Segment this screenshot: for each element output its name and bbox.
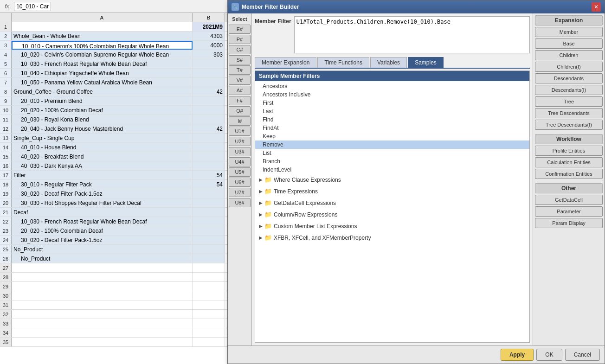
- cell-b[interactable]: 42: [193, 124, 225, 133]
- exp-btn-param-display[interactable]: Param Display: [535, 218, 603, 228]
- select-btn-u4[interactable]: U4#: [229, 157, 251, 166]
- cell-a[interactable]: 30_010 - Regular Filter Pack: [12, 180, 193, 189]
- cell-a[interactable]: Decaf: [12, 208, 193, 217]
- cell-b[interactable]: [193, 328, 225, 337]
- select-btn-o[interactable]: O#: [229, 106, 251, 115]
- table-row[interactable]: 13Single_Cup - Single Cup: [0, 134, 232, 143]
- cell-b[interactable]: [193, 189, 225, 198]
- cell-a[interactable]: 20_010 - Premium Blend: [12, 96, 193, 105]
- exp-btn-parameter[interactable]: Parameter: [535, 206, 603, 217]
- table-row[interactable]: 33: [0, 319, 232, 328]
- cell-a[interactable]: 40_010 - House Blend: [12, 143, 193, 152]
- sample-item-branch[interactable]: Branch: [255, 157, 529, 166]
- cell-a[interactable]: 10_050 - Panama Yellow Catuai Arabica Wh…: [12, 78, 193, 87]
- cell-b[interactable]: [193, 226, 225, 235]
- cell-a[interactable]: [12, 291, 193, 300]
- sample-item-indentlevel[interactable]: IndentLevel: [255, 166, 529, 174]
- sample-item-ancestors[interactable]: Ancestors: [255, 82, 529, 90]
- table-row[interactable]: 31: [0, 300, 232, 310]
- exp-btn-descendants[interactable]: Descendants: [535, 73, 603, 83]
- table-row[interactable]: 510_030 - French Roast Regular Whole Bea…: [0, 59, 232, 69]
- cell-a[interactable]: 40_030 - Dark Kenya AA: [12, 161, 193, 170]
- cell-b[interactable]: [193, 115, 225, 124]
- member-filter-textarea[interactable]: U1#Total_Products.Children.Remove(10_010…: [294, 16, 530, 53]
- select-btn-u3[interactable]: U3#: [229, 147, 251, 156]
- cell-a[interactable]: [12, 22, 193, 31]
- select-btn-u2[interactable]: U2#: [229, 137, 251, 146]
- table-row[interactable]: 26No_Product: [0, 254, 232, 263]
- cell-a[interactable]: Ground_Coffee - Ground Coffee: [12, 87, 193, 96]
- exp-btn-calculation-entities[interactable]: Calculation Entities: [535, 157, 603, 167]
- table-row[interactable]: 1440_010 - House Blend: [0, 143, 232, 152]
- table-row[interactable]: 35: [0, 338, 232, 347]
- cell-b[interactable]: [193, 319, 225, 328]
- exp-btn-profile-entities[interactable]: Profile Entities: [535, 146, 603, 156]
- cell-a[interactable]: 20_020 - 100% Colombian Decaf: [12, 106, 193, 115]
- table-row[interactable]: 2030_030 - Hot Shoppes Regular Filter Pa…: [0, 198, 232, 208]
- select-btn-a[interactable]: A#: [229, 86, 251, 95]
- select-btn-c[interactable]: C#: [229, 45, 251, 54]
- cell-b[interactable]: 303: [193, 50, 225, 59]
- table-row[interactable]: 1540_020 - Breakfast Blend: [0, 152, 232, 161]
- exp-btn-confirmation-entities[interactable]: Confirmation Entities: [535, 169, 603, 179]
- table-row[interactable]: 1830_010 - Regular Filter Pack54: [0, 180, 232, 189]
- tab-samples[interactable]: Samples: [408, 57, 444, 68]
- tree-group-colrow-header[interactable]: ▶ 📁 Column/Row Expressions: [255, 210, 529, 219]
- cell-b[interactable]: [193, 282, 225, 291]
- cell-b[interactable]: [193, 300, 225, 309]
- sample-item-keep[interactable]: Keep: [255, 132, 529, 140]
- table-row[interactable]: 1020_020 - 100% Colombian Decaf: [0, 106, 232, 115]
- table-row[interactable]: 32: [0, 310, 232, 319]
- select-btn-e[interactable]: E#: [229, 25, 251, 34]
- exp-btn-member[interactable]: Member: [535, 27, 603, 37]
- select-btn-v[interactable]: V#: [229, 76, 251, 85]
- cell-b[interactable]: [193, 134, 225, 142]
- cell-b[interactable]: [193, 263, 225, 272]
- tab-member-expansion[interactable]: Member Expansion: [255, 57, 316, 68]
- cell-b[interactable]: [193, 254, 225, 263]
- table-row[interactable]: 310_010 - Cameron's 100% Colombian Regul…: [0, 41, 232, 50]
- sample-item-list[interactable]: List: [255, 149, 529, 157]
- cell-b[interactable]: [193, 236, 225, 244]
- apply-button[interactable]: Apply: [501, 349, 534, 361]
- cell-b[interactable]: [193, 106, 225, 115]
- cell-b[interactable]: [193, 291, 225, 300]
- table-row[interactable]: 2430_020 - Decaf Filter Pack-1.5oz: [0, 236, 232, 245]
- cell-b[interactable]: [193, 152, 225, 161]
- exp-btn-children[interactable]: Children: [535, 50, 603, 60]
- cell-b[interactable]: 2021M9: [193, 22, 225, 31]
- table-row[interactable]: 25No_Product: [0, 245, 232, 254]
- exp-btn-base[interactable]: Base: [535, 38, 603, 49]
- tree-group-time-header[interactable]: ▶ 📁 Time Expressions: [255, 186, 529, 196]
- sample-item-findat[interactable]: FindAt: [255, 124, 529, 132]
- table-row[interactable]: 28: [0, 273, 232, 282]
- cell-a[interactable]: [12, 300, 193, 309]
- cancel-button[interactable]: Cancel: [565, 349, 600, 361]
- cell-b[interactable]: [193, 310, 225, 319]
- table-row[interactable]: 2Whole_Bean - Whole Bean4303: [0, 32, 232, 41]
- table-row[interactable]: 27: [0, 263, 232, 273]
- cell-a[interactable]: [12, 282, 193, 291]
- select-btn-t[interactable]: T#: [229, 65, 251, 75]
- cell-a[interactable]: 20_030 - Royal Kona Blend: [12, 115, 193, 124]
- select-btn-u7[interactable]: U7#: [229, 188, 251, 197]
- table-row[interactable]: 1930_020 - Decaf Filter Pack-1.5oz: [0, 189, 232, 198]
- sample-item-last[interactable]: Last: [255, 107, 529, 115]
- table-row[interactable]: 1120_030 - Royal Kona Blend: [0, 115, 232, 124]
- cell-a[interactable]: 10_020 - Celvin's Colombian Supremo Regu…: [12, 50, 193, 59]
- cell-a[interactable]: 10_030 - French Roast Regular Whole Bean…: [12, 59, 193, 68]
- cell-a[interactable]: Whole_Bean - Whole Bean: [12, 32, 193, 40]
- select-btn-p[interactable]: P#: [229, 35, 251, 44]
- tree-group-where-header[interactable]: ▶ 📁 Where Clause Expressions: [255, 175, 529, 185]
- cell-b[interactable]: [193, 69, 225, 77]
- select-btn-u5[interactable]: U5#: [229, 167, 251, 177]
- exp-btn-tree-descendants[interactable]: Tree Descendants: [535, 108, 603, 118]
- cell-b[interactable]: [193, 96, 225, 105]
- cell-b[interactable]: [193, 198, 225, 207]
- cell-a[interactable]: [12, 338, 193, 346]
- cell-a[interactable]: 30_030 - Hot Shoppes Regular Filter Pack…: [12, 198, 193, 207]
- table-row[interactable]: 29: [0, 282, 232, 291]
- cell-a[interactable]: 40_020 - Breakfast Blend: [12, 152, 193, 161]
- cell-a[interactable]: 10_010 - Cameron's 100% Colombian Regula…: [12, 41, 193, 50]
- sample-item-find[interactable]: Find: [255, 115, 529, 124]
